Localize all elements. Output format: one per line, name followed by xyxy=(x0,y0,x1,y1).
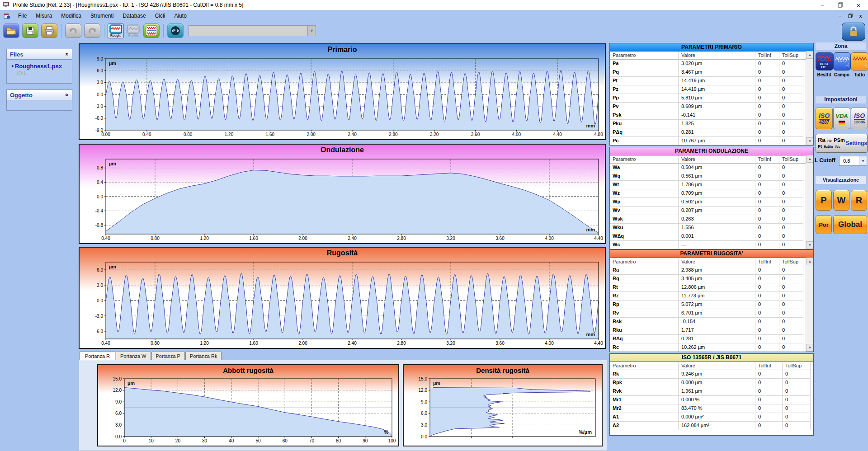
table-row[interactable]: Rv6.701 µm00 xyxy=(610,309,813,318)
table-row[interactable]: Rt12.806 µm00 xyxy=(610,283,813,292)
menu-database[interactable]: Database xyxy=(118,11,150,21)
chart-primario-plot[interactable]: 0.000.400.801.201.602.002.402.803.203.60… xyxy=(80,56,605,139)
table-row[interactable]: WΔq0.00100 xyxy=(610,232,813,241)
table-row[interactable]: Psk-0.14100 xyxy=(610,111,813,120)
table-row[interactable]: Wa0.504 µm00 xyxy=(610,164,813,172)
chart-densita-plot[interactable]: 15.012.09.06.03.00.0µm%/µm xyxy=(404,376,602,446)
table-row[interactable]: Wt1.786 µm00 xyxy=(610,181,813,189)
table-scrollbar[interactable]: ▲▼ xyxy=(806,258,813,352)
print-button[interactable] xyxy=(41,23,57,38)
restore-button[interactable] xyxy=(837,2,844,8)
table-row[interactable]: Pt14.419 µm00 xyxy=(610,77,813,85)
table-row[interactable]: Pa3.020 µm00 xyxy=(610,60,813,68)
table-row[interactable]: Rvk1.961 µm00 xyxy=(610,387,813,396)
table-row[interactable]: Rk9.246 µm00 xyxy=(610,370,813,379)
combined-view-button[interactable] xyxy=(143,23,160,38)
file-item[interactable]: ● Roughness1.psx xyxy=(7,60,72,70)
view-global-button[interactable]: Global xyxy=(833,215,867,234)
mdi-minimize-button[interactable]: – xyxy=(837,13,843,19)
table-row[interactable]: Mr10.000 %00 xyxy=(610,396,813,404)
menu-file[interactable]: File xyxy=(14,11,31,21)
table-row[interactable]: Rku1.71700 xyxy=(610,326,813,335)
table-row[interactable]: A10.000 µm²00 xyxy=(610,413,813,422)
preview-button[interactable] xyxy=(167,23,184,38)
chart-ondulazione-plot[interactable]: 0.400.801.201.602.002.402.803.203.604.00… xyxy=(80,156,605,243)
menu-strumenti[interactable]: Strumenti xyxy=(86,11,118,21)
tab-portanza-r[interactable]: Portanza R xyxy=(80,351,115,360)
table-row[interactable]: Pku1.82500 xyxy=(610,120,813,128)
view-por-button[interactable]: Por xyxy=(816,215,832,234)
menu-aiuto[interactable]: Aiuto xyxy=(170,11,191,21)
table-row[interactable]: Wku1.55600 xyxy=(610,224,813,232)
undo-button[interactable] xyxy=(65,23,81,38)
save-button[interactable] xyxy=(22,23,38,38)
parameter-settings-button[interactable]: Ra Rz PSm Pt RzDin Wc Settings xyxy=(816,134,868,153)
chart-abbott-plot[interactable]: 010203040506070809010015.012.09.06.03.00… xyxy=(98,376,398,446)
view-p-button[interactable]: P xyxy=(816,190,832,211)
collapse-chevron-icon[interactable]: « xyxy=(64,53,71,56)
scroll-down-icon[interactable]: ▼ xyxy=(806,241,814,249)
table-row[interactable]: Pp5.810 µm00 xyxy=(610,94,813,103)
tab-portanza-rk[interactable]: Portanza Rk xyxy=(185,352,222,360)
close-button[interactable]: × xyxy=(855,2,862,8)
lock-button[interactable] xyxy=(842,23,865,41)
table-row[interactable]: Pc10.767 µm00 xyxy=(610,137,813,146)
table-row[interactable]: Rsk-0.15400 xyxy=(610,318,813,326)
table-row[interactable]: Mr283.470 %00 xyxy=(610,404,813,413)
table-row[interactable]: Ra2.988 µm00 xyxy=(610,266,813,275)
param-value: 0 xyxy=(779,111,803,120)
table-row[interactable]: Rc10.262 µm00 xyxy=(610,343,813,352)
table-row[interactable]: Wz0.709 µm00 xyxy=(610,189,813,198)
menu-misura[interactable]: Misura xyxy=(31,11,57,21)
oggetto-panel-header[interactable]: Oggetto « xyxy=(6,89,72,100)
menu-modifica[interactable]: Modifica xyxy=(57,11,86,21)
toolbar-combobox[interactable]: ▼ xyxy=(189,25,316,36)
cutoff-combobox[interactable]: 0.8 ▼ xyxy=(839,156,867,166)
table-row[interactable]: A2162.084 µm²00 xyxy=(610,422,813,430)
menu-cicli[interactable]: Cicli xyxy=(151,11,170,21)
tab-portanza-p[interactable]: Portanza P xyxy=(151,352,185,360)
chart-rugosita-plot[interactable]: 0.400.801.201.602.002.402.803.203.604.00… xyxy=(80,259,605,348)
table-row[interactable]: RΔq0.28100 xyxy=(610,335,813,343)
tab-portanza-w[interactable]: Portanza W xyxy=(116,352,151,360)
scroll-up-icon[interactable]: ▲ xyxy=(806,258,814,265)
param-table-2: PARAMETRI RUGOSITA'ParametroValoreTollIn… xyxy=(609,249,814,352)
scroll-up-icon[interactable]: ▲ xyxy=(806,155,814,163)
scroll-down-icon[interactable]: ▼ xyxy=(806,137,814,145)
table-row[interactable]: Pv8.609 µm00 xyxy=(610,103,813,111)
zona-tutto-button[interactable]: ☝ xyxy=(851,52,868,70)
iso-4287-button[interactable]: ISO 4287 xyxy=(816,108,833,129)
iso-12085-button[interactable]: ISO 12085 xyxy=(851,108,868,129)
collapse-chevron-icon[interactable]: « xyxy=(64,94,71,97)
view-r-button[interactable]: R xyxy=(851,190,867,211)
mdi-restore-button[interactable] xyxy=(847,13,853,19)
table-scrollbar[interactable]: ▲▼ xyxy=(806,155,813,249)
table-scrollbar[interactable]: ▲▼ xyxy=(806,51,813,145)
table-row[interactable]: Rp5.072 µm00 xyxy=(610,301,813,309)
table-row[interactable]: Rq3.405 µm00 xyxy=(610,275,813,283)
table-row[interactable]: Wp0.502 µm00 xyxy=(610,198,813,207)
table-row[interactable]: Rz11.773 µm00 xyxy=(610,292,813,301)
table-row[interactable]: PΔq0.28100 xyxy=(610,128,813,137)
scroll-up-icon[interactable]: ▲ xyxy=(806,51,814,59)
zona-campo-button[interactable]: ☝ xyxy=(833,52,851,70)
scroll-down-icon[interactable]: ▼ xyxy=(806,344,814,352)
zona-bestfit-button[interactable]: BEST FIT xyxy=(816,52,833,70)
files-panel-header[interactable]: Files « xyxy=(6,49,72,60)
mdi-close-button[interactable]: x xyxy=(858,13,863,19)
open-file-button[interactable] xyxy=(3,23,19,38)
minimize-button[interactable]: – xyxy=(819,2,826,8)
table-row[interactable]: Wv0.207 µm00 xyxy=(610,207,813,215)
table-row[interactable]: Rpk0.000 µm00 xyxy=(610,379,813,387)
table-row[interactable]: Wsk0.26300 xyxy=(610,215,813,224)
roughness-view-button[interactable]: Rough. xyxy=(108,23,124,38)
table-row[interactable]: Pq3.467 µm00 xyxy=(610,68,813,77)
view-w-button[interactable]: W xyxy=(833,190,849,211)
profile-view-button[interactable]: Profile xyxy=(126,24,141,38)
table-row[interactable]: Pz14.419 µm00 xyxy=(610,85,813,94)
table-row[interactable]: Wq0.561 µm00 xyxy=(610,172,813,181)
table-row[interactable]: Wc---00 xyxy=(610,241,813,249)
vda-button[interactable]: VDA xyxy=(833,108,850,129)
redo-button[interactable] xyxy=(84,23,100,38)
file-item-id[interactable]: - ID:1 xyxy=(7,70,72,79)
